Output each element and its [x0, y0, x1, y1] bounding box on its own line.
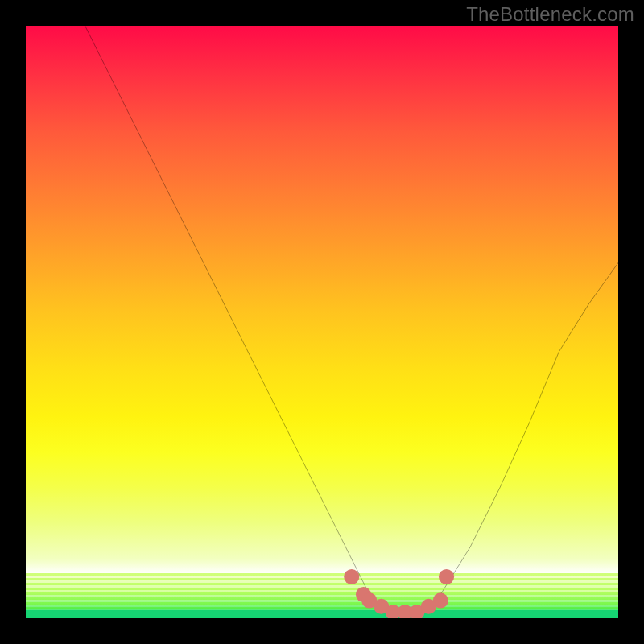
optimum-marker	[433, 592, 448, 608]
chart-frame: TheBottleneck.com	[0, 0, 644, 644]
optimum-marker	[439, 569, 454, 584]
watermark-text: TheBottleneck.com	[466, 3, 634, 26]
optimum-marker	[344, 569, 359, 584]
bottleneck-curve	[85, 26, 618, 613]
plot-area	[26, 26, 618, 618]
curve-layer	[26, 26, 618, 618]
